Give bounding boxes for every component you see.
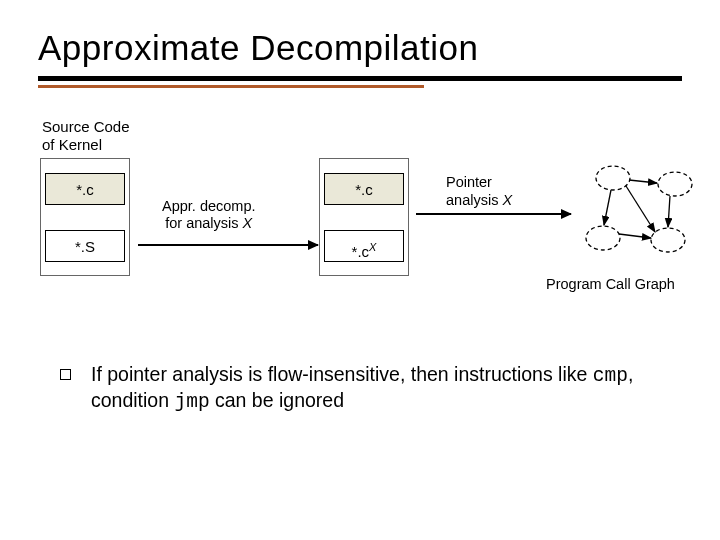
svg-point-0: [596, 166, 630, 190]
source-label-line1: Source Code: [42, 118, 130, 135]
bullet-mono2: jmp: [174, 391, 209, 413]
file-box-c: *.c: [45, 173, 125, 205]
svg-line-8: [626, 186, 655, 232]
source-label-line2: of Kernel: [42, 136, 102, 153]
file-box-cx: *.cX: [324, 230, 404, 262]
bullet-part3: can be ignored: [210, 389, 344, 411]
pointer-x: X: [502, 192, 512, 208]
svg-line-5: [604, 190, 611, 225]
pointer-line2-prefix: analysis: [446, 192, 502, 208]
bullet-item: If pointer analysis is flow-insensitive,…: [38, 362, 682, 415]
title-rule-orange: [38, 85, 424, 88]
file-box-cx-sup: X: [369, 241, 376, 253]
svg-point-2: [586, 226, 620, 250]
slide: Approximate Decompilation Source Code of…: [0, 0, 720, 435]
diagram-area: Source Code of Kernel *.c *.S Appr. deco…: [38, 118, 682, 318]
decomp-x: X: [243, 215, 253, 231]
svg-line-4: [629, 180, 657, 183]
title-rule-black: [38, 76, 682, 81]
svg-point-1: [658, 172, 692, 196]
source-code-label: Source Code of Kernel: [42, 118, 130, 154]
decomp-line2-prefix: for analysis: [165, 215, 242, 231]
svg-line-7: [668, 196, 670, 227]
bullet-part1: If pointer analysis is flow-insensitive,…: [91, 363, 593, 385]
svg-point-3: [651, 228, 685, 252]
file-box-s: *.S: [45, 230, 125, 262]
bullet-mono1: cmp: [593, 365, 628, 387]
decomp-line1: Appr. decomp.: [162, 198, 256, 214]
slide-title: Approximate Decompilation: [38, 28, 682, 68]
arrow-decomp: [138, 244, 318, 246]
decomp-arrow-label: Appr. decomp. for analysis X: [162, 198, 256, 233]
bullet-text: If pointer analysis is flow-insensitive,…: [91, 362, 672, 415]
file-box-c2: *.c: [324, 173, 404, 205]
pointer-arrow-label: Pointer analysis X: [446, 173, 512, 209]
graph-caption: Program Call Graph: [546, 276, 675, 292]
arrow-pointer: [416, 213, 571, 215]
svg-line-6: [619, 234, 651, 238]
bullet-square-icon: [60, 369, 71, 380]
file-box-cx-prefix: *.c: [352, 243, 370, 260]
call-graph-icon: [573, 156, 713, 266]
pointer-line1: Pointer: [446, 174, 492, 190]
